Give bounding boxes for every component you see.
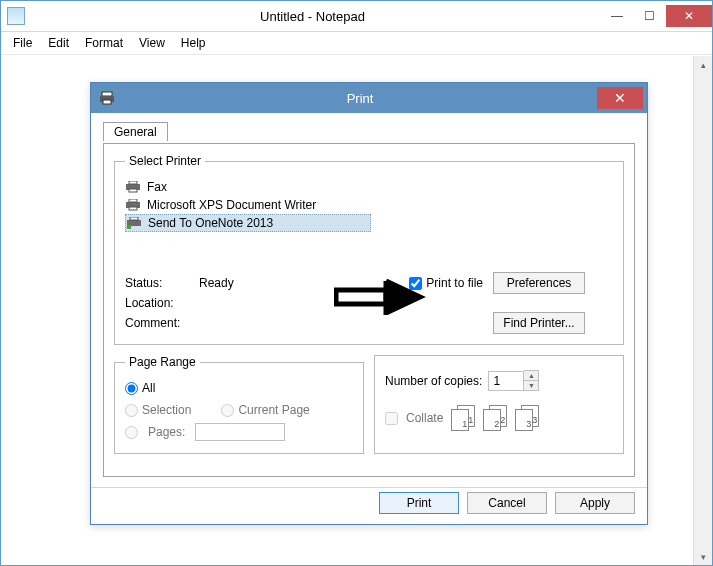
collate-preview-icon: 22 [483, 405, 509, 431]
close-button[interactable]: ✕ [666, 5, 712, 27]
svg-rect-5 [129, 189, 137, 192]
select-printer-group: Select Printer Fax Microsoft XPS Documen… [114, 154, 624, 345]
spin-down-button[interactable]: ▼ [524, 381, 538, 390]
radio-current-page [221, 404, 234, 417]
radio-all[interactable] [125, 382, 138, 395]
svg-rect-10 [130, 217, 138, 220]
menu-format[interactable]: Format [77, 34, 131, 52]
print-button[interactable]: Print [379, 492, 459, 514]
menu-help[interactable]: Help [173, 34, 214, 52]
printer-icon [99, 90, 115, 106]
notepad-app-icon [7, 7, 25, 25]
page-range-legend: Page Range [125, 355, 200, 369]
printer-icon [125, 181, 141, 193]
print-dialog: Print ✕ General Select Printer Fax [90, 82, 648, 525]
menu-edit[interactable]: Edit [40, 34, 77, 52]
location-label: Location: [125, 296, 195, 310]
collate-checkbox [385, 412, 398, 425]
status-label: Status: [125, 276, 195, 290]
collate-label: Collate [406, 411, 443, 425]
comment-label: Comment: [125, 316, 195, 330]
svg-rect-2 [103, 100, 111, 104]
minimize-button[interactable]: — [602, 5, 632, 27]
svg-rect-7 [129, 199, 137, 202]
spin-up-button[interactable]: ▲ [524, 371, 538, 381]
dialog-close-button[interactable]: ✕ [597, 87, 643, 109]
select-printer-legend: Select Printer [125, 154, 205, 168]
scroll-down-icon[interactable]: ▾ [694, 548, 712, 565]
svg-rect-4 [129, 181, 137, 184]
dialog-title: Print [123, 91, 597, 106]
printer-name: Fax [147, 180, 167, 194]
page-range-group: Page Range All Selection [114, 355, 364, 454]
printer-list-item[interactable]: Send To OneNote 2013 [125, 214, 371, 232]
tab-general[interactable]: General [103, 122, 168, 141]
printer-list-item[interactable]: Microsoft XPS Document Writer [125, 196, 613, 214]
radio-pages [125, 426, 138, 439]
collate-preview-icon: 11 [451, 405, 477, 431]
printer-list-item[interactable]: Fax [125, 178, 613, 196]
printer-name: Microsoft XPS Document Writer [147, 198, 316, 212]
svg-rect-0 [102, 92, 112, 96]
menu-file[interactable]: File [5, 34, 40, 52]
apply-button[interactable]: Apply [555, 492, 635, 514]
copies-input[interactable] [488, 371, 524, 391]
radio-selection [125, 404, 138, 417]
window-title: Untitled - Notepad [25, 9, 600, 24]
scroll-up-icon[interactable]: ▴ [694, 56, 712, 73]
radio-pages-label: Pages: [148, 425, 185, 439]
radio-current-label: Current Page [238, 403, 309, 417]
print-to-file-label: Print to file [426, 276, 483, 290]
radio-all-label: All [142, 381, 155, 395]
print-to-file-checkbox[interactable] [409, 277, 422, 290]
status-value: Ready [199, 276, 349, 290]
printer-icon [125, 199, 141, 211]
vertical-scrollbar[interactable]: ▴ ▾ [693, 56, 712, 565]
copies-label: Number of copies: [385, 374, 482, 388]
svg-rect-8 [129, 207, 137, 210]
pages-input [195, 423, 285, 441]
maximize-button[interactable]: ☐ [634, 5, 664, 27]
cancel-button[interactable]: Cancel [467, 492, 547, 514]
find-printer-button[interactable]: Find Printer... [493, 312, 585, 334]
menu-view[interactable]: View [131, 34, 173, 52]
collate-preview-icon: 33 [515, 405, 541, 431]
printer-icon [126, 217, 142, 229]
radio-selection-label: Selection [142, 403, 191, 417]
printer-name: Send To OneNote 2013 [148, 216, 273, 230]
copies-group: Number of copies: ▲ ▼ [374, 355, 624, 454]
preferences-button[interactable]: Preferences [493, 272, 585, 294]
